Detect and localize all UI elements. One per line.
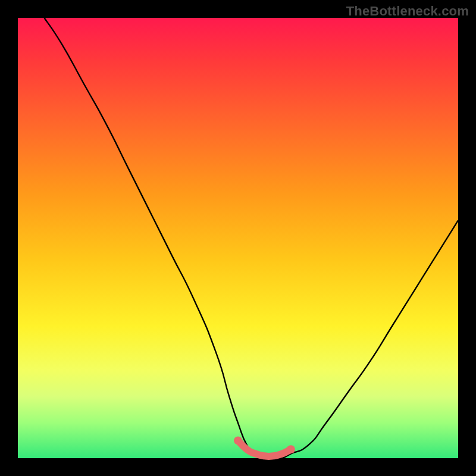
bottleneck-curve-path: [44, 18, 458, 459]
plot-area: [18, 18, 458, 458]
highlight-start-dot: [234, 436, 242, 444]
chart-frame: TheBottleneck.com: [0, 0, 476, 476]
highlight-end-dot: [287, 445, 295, 453]
chart-svg: [18, 18, 458, 458]
watermark-text: TheBottleneck.com: [346, 4, 469, 19]
